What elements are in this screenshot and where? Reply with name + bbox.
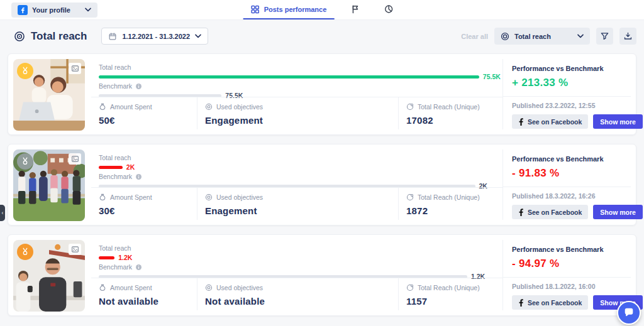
money-bag-icon: [99, 284, 106, 291]
flag-icon: [350, 4, 360, 14]
total-reach-icon: [14, 31, 25, 42]
tab-pie[interactable]: [376, 0, 401, 19]
unique-reach-icon: [406, 193, 414, 201]
amount-spent-label: Amount Spent: [110, 193, 152, 201]
used-objectives-label: Used objectives: [216, 103, 263, 111]
date-range-picker[interactable]: 1.12.2021 - 31.3.2022: [101, 28, 208, 45]
toolbar: Total reach 1.12.2021 - 31.3.2022 Clear …: [8, 28, 636, 45]
total-reach-unique-label: Total Reach (Unique): [418, 193, 480, 201]
grid-icon: [251, 5, 260, 14]
post-thumbnail[interactable]: [13, 240, 85, 312]
performance-value: - 91.83 %: [512, 167, 622, 180]
total-reach-unique-label: Total Reach (Unique): [418, 284, 480, 291]
amount-spent-value: 30€: [99, 205, 197, 216]
pie-chart-icon: [384, 4, 393, 14]
download-button[interactable]: [619, 28, 636, 45]
amount-spent-label: Amount Spent: [110, 284, 152, 291]
total-reach-value: 1.2K: [118, 254, 132, 261]
total-reach-label: Total reach: [99, 244, 495, 252]
reach-vs-benchmark-chart: Total reach 75.5K Benchmark 75.5K: [91, 59, 502, 97]
amount-spent-label: Amount Spent: [110, 103, 152, 111]
chevron-down-icon: [85, 8, 91, 12]
used-objectives-value: Not available: [205, 296, 398, 307]
see-on-facebook-button[interactable]: See on Facebook: [512, 295, 588, 310]
medal-icon: [21, 67, 30, 75]
clear-all-button[interactable]: Clear all: [461, 33, 488, 40]
tab-posts-performance[interactable]: Posts performance: [243, 0, 335, 19]
post-card: Total reach 75.5K Benchmark 75.5K: [8, 53, 636, 135]
chevron-down-icon: [577, 34, 584, 38]
image-type-icon: [69, 244, 81, 255]
info-icon[interactable]: [135, 264, 142, 271]
used-objectives-value: Engagement: [205, 115, 398, 126]
total-reach-bar: [99, 166, 123, 169]
money-bag-icon: [99, 103, 106, 111]
chevron-left-icon: ‹: [2, 210, 4, 216]
show-more-button[interactable]: Show more: [593, 205, 643, 219]
reach-vs-benchmark-chart: Total reach 1.2K Benchmark 1.2K: [91, 240, 502, 278]
facebook-icon: [18, 5, 28, 15]
medal-badge: [17, 63, 33, 79]
date-range-value: 1.12.2021 - 31.3.2022: [122, 33, 190, 40]
total-reach-label: Total reach: [99, 154, 495, 161]
chat-bubble-button[interactable]: [617, 301, 641, 325]
tab-label: Posts performance: [264, 6, 327, 13]
reach-vs-benchmark-chart: Total reach 2K Benchmark 2K: [91, 149, 502, 187]
profile-label: Your profile: [32, 6, 70, 14]
benchmark-label: Benchmark: [99, 173, 132, 180]
benchmark-label: Benchmark: [99, 263, 132, 271]
filter-button[interactable]: [596, 28, 613, 45]
facebook-f-icon: [518, 209, 524, 216]
sidebar-collapse-handle[interactable]: ‹: [0, 205, 5, 221]
total-reach-label: Total reach: [99, 63, 495, 71]
facebook-f-icon: [518, 299, 524, 307]
performance-value: - 94.97 %: [512, 258, 622, 270]
published-date: Published 18.1.2022, 16:00: [512, 283, 622, 290]
post-thumbnail[interactable]: [13, 149, 85, 221]
see-on-facebook-button[interactable]: See on Facebook: [512, 114, 588, 129]
objectives-icon: [205, 284, 213, 291]
see-on-facebook-button[interactable]: See on Facebook: [512, 205, 588, 219]
info-icon[interactable]: [135, 173, 142, 180]
medal-icon: [21, 157, 30, 166]
objectives-icon: [205, 103, 213, 111]
total-reach-unique-value: 1157: [406, 296, 502, 307]
published-date: Published 18.3.2022, 16:26: [512, 192, 622, 200]
post-thumbnail[interactable]: [13, 59, 85, 131]
performance-label: Performance vs Benchmark: [512, 246, 622, 253]
image-type-icon: [69, 63, 81, 74]
total-reach-value: 2K: [126, 163, 135, 171]
performance-value: + 213.33 %: [512, 77, 622, 89]
tab-bar: Posts performance: [243, 0, 401, 19]
unique-reach-icon: [406, 284, 414, 291]
page-title: Total reach: [31, 30, 87, 43]
total-reach-unique-value: 17082: [406, 115, 502, 126]
chat-icon: [623, 307, 635, 318]
info-icon[interactable]: [135, 83, 142, 90]
metric-dropdown[interactable]: Total reach: [494, 28, 590, 45]
post-card-list: Total reach 75.5K Benchmark 75.5K: [8, 53, 636, 316]
published-date: Published 23.2.2022, 12:55: [512, 102, 622, 109]
used-objectives-value: Enagement: [205, 205, 398, 216]
download-icon: [623, 31, 633, 41]
amount-spent-value: Not available: [99, 296, 197, 307]
amount-spent-value: 50€: [99, 115, 197, 126]
post-card: Total reach 1.2K Benchmark 1.2K: [8, 234, 636, 316]
tab-flag[interactable]: [343, 0, 367, 19]
post-card: Total reach 2K Benchmark 2K: [8, 144, 636, 225]
metric-value: Total reach: [514, 33, 551, 40]
facebook-f-icon: [518, 118, 524, 126]
image-type-icon: [69, 153, 81, 165]
show-more-button[interactable]: Show more: [593, 114, 643, 129]
total-reach-unique-value: 1872: [406, 205, 502, 216]
medal-badge: [17, 153, 33, 170]
total-reach-bar: [99, 75, 479, 79]
chevron-down-icon: [195, 34, 201, 38]
used-objectives-label: Used objectives: [216, 193, 263, 201]
objectives-icon: [205, 193, 213, 201]
top-bar: Your profile Posts performance: [0, 0, 644, 20]
filter-icon: [600, 31, 609, 41]
performance-label: Performance vs Benchmark: [512, 155, 622, 163]
profile-selector[interactable]: Your profile: [11, 3, 97, 18]
total-reach-value: 75.5K: [483, 73, 501, 80]
